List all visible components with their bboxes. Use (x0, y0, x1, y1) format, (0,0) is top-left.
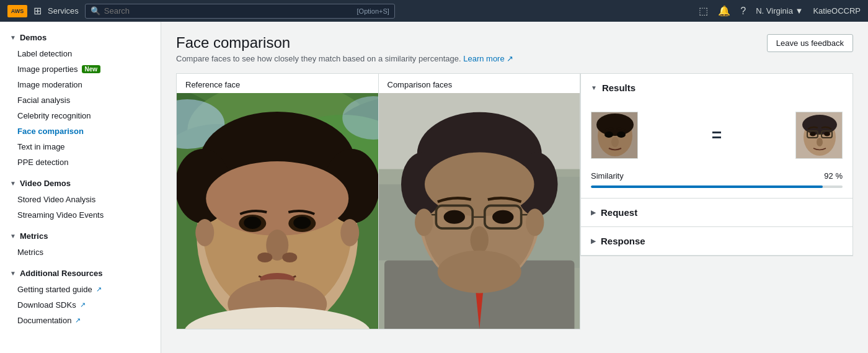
similarity-progress-fill (591, 185, 823, 188)
sidebar-item-streaming-video-text: Streaming Video Events (17, 210, 104, 220)
sidebar-item-text-in-image[interactable]: Text in image (0, 139, 161, 154)
sidebar-item-image-properties[interactable]: Image properties New (0, 61, 161, 77)
svg-point-54 (617, 132, 626, 138)
help-icon[interactable]: ? (740, 6, 746, 17)
sidebar: ▼ Demos Label detection Image properties… (0, 22, 161, 353)
learn-more-link[interactable]: Learn more ↗ (463, 54, 513, 63)
results-chevron-icon: ▼ (591, 84, 597, 91)
sidebar-item-stored-video[interactable]: Stored Video Analysis (0, 192, 161, 207)
reference-face-panel: Reference face (176, 73, 379, 329)
sidebar-item-image-moderation[interactable]: Image moderation (0, 77, 161, 92)
svg-point-52 (596, 114, 634, 136)
svg-point-26 (340, 219, 359, 246)
request-section: ▶ Request (581, 199, 852, 227)
chevron-down-icon-2: ▼ (10, 180, 16, 187)
request-chevron-icon: ▶ (591, 209, 596, 216)
sidebar-section-video-demos[interactable]: ▼ Video Demos (0, 175, 161, 192)
sidebar-section-additional-resources[interactable]: ▼ Additional Resources (0, 265, 161, 282)
images-area: Reference face (176, 73, 580, 339)
svg-point-13 (206, 161, 348, 236)
svg-point-44 (443, 210, 464, 224)
bell-icon[interactable]: 🔔 (718, 5, 730, 17)
aws-logo: AWS (7, 5, 27, 17)
external-link-icon-learn: ↗ (507, 54, 513, 63)
results-section-title: Results (602, 83, 636, 93)
feedback-button[interactable]: Leave us feedback (767, 34, 853, 52)
terminal-icon[interactable]: ⬚ (699, 5, 708, 17)
main-content: Face comparison Compare faces to see how… (161, 22, 868, 353)
sidebar-item-stored-video-text: Stored Video Analysis (17, 195, 95, 204)
response-section-header[interactable]: ▶ Response (581, 227, 852, 255)
sidebar-item-download-sdks[interactable]: Download SDKs ↗ (0, 297, 161, 313)
external-link-icon-3: ↗ (75, 316, 81, 324)
sidebar-item-metrics-text: Metrics (17, 248, 43, 257)
app-layout: ▼ Demos Label detection Image properties… (0, 22, 868, 353)
search-bar[interactable]: 🔍 [Option+S] (85, 4, 395, 19)
svg-point-55 (611, 137, 619, 147)
sidebar-item-facial-analysis[interactable]: Facial analysis (0, 92, 161, 108)
sidebar-item-metrics[interactable]: Metrics (0, 244, 161, 260)
sidebar-section-demos[interactable]: ▼ Demos (0, 29, 161, 46)
svg-point-20 (282, 252, 297, 262)
nav-right-controls: ⬚ 🔔 ? N. Virginia ▼ KatieOCCRP (699, 5, 861, 17)
sidebar-item-streaming-video[interactable]: Streaming Video Events (0, 207, 161, 223)
page-header: Face comparison Compare faces to see how… (176, 34, 853, 63)
reference-face-svg (177, 93, 378, 329)
sidebar-section-video-demos-label: Video Demos (20, 179, 71, 188)
sidebar-item-celebrity-recognition-text: Celebrity recognition (17, 111, 91, 120)
reference-face-label: Reference face (177, 74, 378, 93)
svg-point-48 (526, 208, 544, 236)
response-section: ▶ Response (581, 227, 852, 256)
sidebar-item-image-moderation-text: Image moderation (17, 80, 82, 89)
request-section-header[interactable]: ▶ Request (581, 199, 852, 226)
grid-icon[interactable]: ⊞ (33, 5, 42, 17)
svg-point-53 (604, 132, 613, 138)
page-subtitle: Compare faces to see how closely they ma… (176, 54, 513, 63)
svg-point-45 (492, 210, 513, 224)
svg-point-64 (817, 138, 823, 146)
images-container: Reference face (176, 73, 580, 329)
sidebar-item-documentation[interactable]: Documentation ↗ (0, 313, 161, 328)
sidebar-item-text-in-image-text: Text in image (17, 142, 65, 151)
results-section: ▼ Results (581, 74, 852, 199)
sidebar-item-celebrity-recognition[interactable]: Celebrity recognition (0, 108, 161, 123)
face-thumb-left (591, 112, 638, 159)
region-selector[interactable]: N. Virginia ▼ (756, 6, 803, 16)
nav-services-label[interactable]: Services (48, 6, 79, 16)
comparison-face-svg (379, 93, 580, 329)
response-chevron-icon: ▶ (591, 238, 596, 244)
results-panel: ▼ Results (580, 73, 853, 256)
face-compare-row: = (591, 112, 843, 159)
page-header-text: Face comparison Compare faces to see how… (176, 34, 513, 63)
sidebar-item-ppe-detection-text: PPE detection (17, 158, 68, 167)
page-title: Face comparison (176, 34, 513, 51)
sidebar-item-face-comparison[interactable]: Face comparison (0, 123, 161, 139)
request-section-title: Request (601, 207, 637, 218)
sidebar-section-metrics[interactable]: ▼ Metrics (0, 228, 161, 244)
sidebar-item-getting-started-text: Getting started guide (17, 285, 92, 294)
similarity-value: 92 % (824, 171, 843, 181)
search-shortcut: [Option+S] (357, 7, 389, 15)
comparison-faces-image (379, 93, 580, 329)
svg-point-17 (293, 217, 311, 229)
chevron-down-icon-3: ▼ (10, 233, 16, 239)
sidebar-item-label-detection[interactable]: Label detection (0, 46, 161, 61)
top-navigation: AWS ⊞ Services 🔍 [Option+S] ⬚ 🔔 ? N. Vir… (0, 0, 868, 22)
face-thumb-right-svg (796, 112, 843, 159)
chevron-down-icon: ▼ (10, 34, 16, 41)
response-section-title: Response (601, 236, 645, 246)
face-thumb-right (795, 112, 843, 159)
svg-point-16 (244, 217, 261, 229)
chevron-down-icon-4: ▼ (10, 270, 16, 277)
sidebar-section-metrics-label: Metrics (20, 231, 48, 241)
sidebar-item-ppe-detection[interactable]: PPE detection (0, 154, 161, 170)
svg-point-19 (257, 252, 272, 262)
results-section-header[interactable]: ▼ Results (581, 74, 852, 102)
search-input[interactable] (104, 6, 353, 16)
svg-point-63 (824, 132, 830, 136)
sidebar-item-getting-started[interactable]: Getting started guide ↗ (0, 282, 161, 297)
search-icon: 🔍 (91, 6, 100, 16)
user-menu[interactable]: KatieOCCRP (813, 6, 861, 16)
reference-face-image (177, 93, 378, 329)
external-link-icon-2: ↗ (80, 301, 86, 309)
